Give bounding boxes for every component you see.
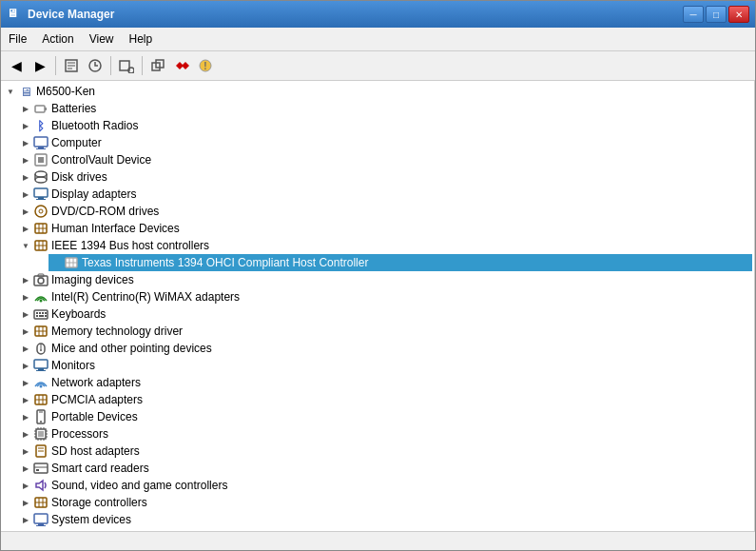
menu-file[interactable]: File <box>1 30 34 49</box>
tree-row-sound[interactable]: Sound, video and game controllers <box>18 477 752 494</box>
app-icon: 🖥 <box>7 7 22 22</box>
list-item: Monitors <box>3 357 752 374</box>
processors-icon <box>33 426 48 442</box>
tree-row-processors[interactable]: Processors <box>18 425 752 443</box>
tree-pane[interactable]: 🖥 M6500-Ken Batteries <box>1 81 755 531</box>
tree-row-ieee-child[interactable]: Texas Instruments 1394 OHCI Compliant Ho… <box>48 254 752 271</box>
tree-row-mice[interactable]: Mice and other pointing devices <box>18 340 752 357</box>
svg-rect-48 <box>36 315 38 317</box>
tree-row-disk[interactable]: Disk drives <box>18 168 752 186</box>
tree-row-network[interactable]: Network adapters <box>18 374 752 391</box>
mice-icon <box>33 341 48 356</box>
storage-label: Storage controllers <box>51 496 147 509</box>
tree-row-computer[interactable]: Computer <box>18 134 752 151</box>
hid-expander[interactable] <box>18 221 33 236</box>
tree-row-keyboards[interactable]: Keyboards <box>18 305 752 323</box>
forward-button[interactable]: ▶ <box>29 54 51 77</box>
tree-row-smartcard[interactable]: Smart card readers <box>18 460 752 477</box>
tree-row-controlvault[interactable]: ControlVault Device <box>18 151 752 168</box>
list-item: Portable Devices <box>3 408 752 425</box>
pcmcia-expander[interactable] <box>18 392 33 407</box>
memory-expander[interactable] <box>18 324 33 339</box>
computer-expander[interactable] <box>18 135 33 150</box>
controlvault-expander[interactable] <box>18 152 33 167</box>
svg-point-61 <box>40 385 43 388</box>
toolbar-btn-extra3[interactable]: ! <box>194 54 217 77</box>
tree-row-root[interactable]: 🖥 M6500-Ken <box>3 83 752 100</box>
svg-rect-17 <box>38 157 44 163</box>
title-bar-buttons: ─ □ ✕ <box>683 6 749 23</box>
list-item: Texas Instruments 1394 OHCI Compliant Ho… <box>18 254 752 271</box>
tree-row-hid[interactable]: Human Interface Devices <box>18 220 752 237</box>
maximize-button[interactable]: □ <box>706 6 727 23</box>
bluetooth-expander[interactable] <box>18 118 33 133</box>
system-label: System devices <box>51 513 131 526</box>
minimize-button[interactable]: ─ <box>683 6 704 23</box>
disk-expander[interactable] <box>18 169 33 185</box>
window-title: Device Manager <box>28 8 114 21</box>
batteries-expander[interactable] <box>18 101 33 116</box>
ieee-icon <box>33 238 48 253</box>
bluetooth-label: Bluetooth Radios <box>51 119 138 132</box>
sdhost-expander[interactable] <box>18 443 33 459</box>
system-icon <box>33 512 48 527</box>
smartcard-label: Smart card readers <box>51 462 149 475</box>
svg-point-25 <box>35 206 47 217</box>
list-item: Intel(R) Centrino(R) WiMAX adapters <box>3 288 752 305</box>
tree-row-ieee[interactable]: IEEE 1394 Bus host controllers <box>18 237 752 254</box>
tree-row-wimax[interactable]: Intel(R) Centrino(R) WiMAX adapters <box>18 288 752 305</box>
tree-row-system[interactable]: System devices <box>18 511 752 528</box>
ieee-expander[interactable] <box>18 238 33 253</box>
close-button[interactable]: ✕ <box>728 6 749 23</box>
root-expander[interactable] <box>3 84 18 99</box>
tree-row-imaging[interactable]: Imaging devices <box>18 271 752 288</box>
back-button[interactable]: ◀ <box>5 54 28 77</box>
display-expander[interactable] <box>18 187 33 202</box>
update-icon <box>87 58 103 73</box>
tree-row-portable[interactable]: Portable Devices <box>18 408 752 425</box>
tree-row-bluetooth[interactable]: ᛒ Bluetooth Radios <box>18 117 752 134</box>
scan-button[interactable] <box>115 54 138 77</box>
disk-label: Disk drives <box>51 170 107 184</box>
mice-expander[interactable] <box>18 341 33 356</box>
tree-row-batteries[interactable]: Batteries <box>18 100 752 117</box>
tree-row-memory[interactable]: Memory technology driver <box>18 323 752 340</box>
list-item: Mice and other pointing devices <box>3 340 752 357</box>
smartcard-expander[interactable] <box>18 461 33 476</box>
keyboards-label: Keyboards <box>51 307 106 321</box>
network-expander[interactable] <box>18 375 33 390</box>
portable-label: Portable Devices <box>51 410 138 423</box>
properties-button[interactable] <box>60 54 83 77</box>
storage-expander[interactable] <box>18 495 33 510</box>
svg-point-68 <box>40 421 42 423</box>
toolbar-btn-extra2[interactable] <box>170 54 193 77</box>
tree-row-pcmcia[interactable]: PCMCIA adapters <box>18 391 752 408</box>
tree-row-monitors[interactable]: Monitors <box>18 357 752 374</box>
svg-rect-23 <box>38 197 44 199</box>
svg-rect-22 <box>34 188 48 197</box>
svg-rect-88 <box>36 469 39 471</box>
monitors-expander[interactable] <box>18 358 33 373</box>
menu-help[interactable]: Help <box>122 30 161 49</box>
tree-row-storage[interactable]: Storage controllers <box>18 494 752 511</box>
keyboards-expander[interactable] <box>18 306 33 322</box>
list-item: Batteries <box>3 100 752 117</box>
svg-rect-44 <box>36 312 38 314</box>
menu-action[interactable]: Action <box>34 30 81 49</box>
portable-expander[interactable] <box>18 409 33 424</box>
wimax-expander[interactable] <box>18 289 33 305</box>
dvd-expander[interactable] <box>18 204 33 219</box>
imaging-expander[interactable] <box>18 272 33 287</box>
processors-expander[interactable] <box>18 426 33 442</box>
svg-rect-86 <box>34 463 48 473</box>
update-driver-button[interactable] <box>84 54 107 77</box>
toolbar-btn-extra1[interactable] <box>146 54 169 77</box>
controlvault-icon <box>33 152 48 167</box>
ieee-label: IEEE 1394 Bus host controllers <box>51 239 209 252</box>
system-expander[interactable] <box>18 512 33 527</box>
sound-expander[interactable] <box>18 478 33 493</box>
tree-row-sdhost[interactable]: SD host adapters <box>18 443 752 460</box>
tree-row-dvd[interactable]: DVD/CD-ROM drives <box>18 203 752 220</box>
tree-row-display[interactable]: Display adapters <box>18 186 752 203</box>
menu-view[interactable]: View <box>82 30 122 49</box>
